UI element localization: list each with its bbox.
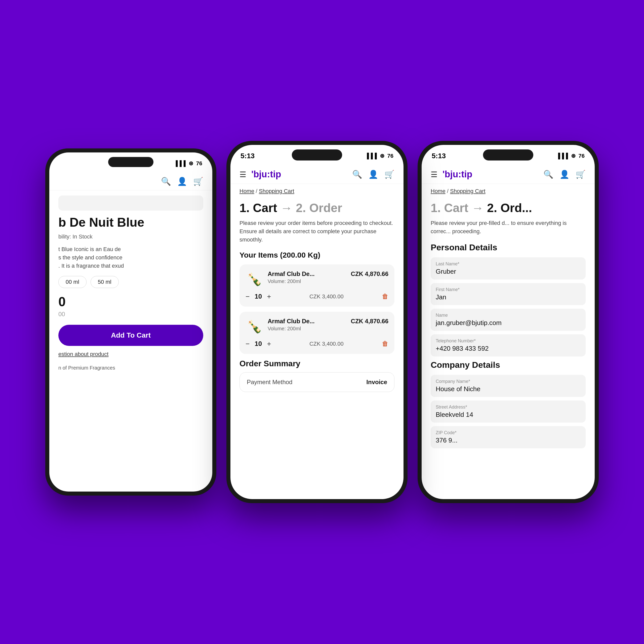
label-street-address: Street Address* bbox=[436, 405, 581, 410]
order-step1-label: 1. Cart bbox=[431, 201, 468, 215]
qty-decrease-1[interactable]: − bbox=[246, 293, 250, 301]
product-title: b De Nuit Blue bbox=[58, 216, 203, 229]
status-icons-left: ▐▐▐ ⊛ 76 bbox=[174, 160, 202, 167]
cart-item-2-info: Armaf Club De... CZK 4,870.66 Volume: 20… bbox=[268, 318, 388, 332]
step2-label: 2. Order bbox=[296, 201, 342, 215]
order-arrow-label: → bbox=[472, 201, 487, 215]
cart-icon-center[interactable]: 🛒 bbox=[384, 170, 394, 179]
label-zip: ZIP Code* bbox=[436, 430, 581, 435]
status-time-center: 5:13 bbox=[240, 152, 255, 160]
volume-options: 00 ml 50 ml bbox=[58, 276, 203, 288]
wifi-icon-right: ⊛ bbox=[571, 153, 576, 159]
nav-bar-center: ☰ 'bju:tip 🔍 👤 🛒 bbox=[230, 165, 404, 184]
cart-item-2-top: 🍾 Armaf Club De... CZK 4,870.66 Volume: … bbox=[246, 318, 388, 336]
battery-center: 76 bbox=[387, 153, 393, 159]
cart-item-1-image: 🍾 bbox=[246, 270, 264, 289]
nav-icons-center: 🔍 👤 🛒 bbox=[352, 170, 394, 179]
breadcrumb-current-right[interactable]: Shopping Cart bbox=[450, 188, 486, 194]
wifi-icon-left: ⊛ bbox=[189, 160, 193, 167]
cart-item-2-price: CZK 4,870.66 bbox=[351, 318, 388, 325]
summary-row-payment: Payment Method Invoice bbox=[247, 379, 387, 386]
breadcrumb-current-center[interactable]: Shopping Cart bbox=[259, 188, 294, 194]
breadcrumb-home-right[interactable]: Home bbox=[431, 188, 446, 194]
product-price: 0 bbox=[58, 294, 203, 309]
value-first-name: Jan bbox=[436, 293, 581, 301]
field-zip[interactable]: ZIP Code* 376 9... bbox=[431, 426, 586, 448]
order-page-content: 1. Cart → 2. Ord... Please review your p… bbox=[422, 196, 595, 457]
order-heading: 1. Cart → 2. Ord... bbox=[431, 202, 586, 215]
field-first-name[interactable]: First Name* Jan bbox=[431, 283, 586, 305]
phones-container: ▐▐▐ ⊛ 76 🔍 👤 🛒 b De Nuit Blue bbox=[0, 116, 644, 528]
cart-item-1-info: Armaf Club De... CZK 4,870.66 Volume: 20… bbox=[268, 270, 388, 284]
hamburger-icon-center[interactable]: ☰ bbox=[239, 170, 246, 179]
volume-btn-2[interactable]: 50 ml bbox=[91, 276, 119, 288]
cart-item-2-name: Armaf Club De... bbox=[268, 318, 315, 325]
cart-item-2: 🍾 Armaf Club De... CZK 4,870.66 Volume: … bbox=[239, 312, 394, 354]
user-icon-left[interactable]: 👤 bbox=[177, 177, 187, 186]
premium-label: n of Premium Fragrances bbox=[58, 365, 203, 371]
company-details-heading: Company Details bbox=[431, 360, 586, 370]
logo-center: 'bju:tip bbox=[251, 169, 281, 180]
field-phone[interactable]: Telephone Number* +420 983 433 592 bbox=[431, 334, 586, 356]
user-icon-right[interactable]: 👤 bbox=[559, 170, 570, 179]
qty-value-2: 10 bbox=[255, 340, 262, 348]
product-page: b De Nuit Blue bility: In Stock t Blue I… bbox=[49, 190, 212, 376]
qty-decrease-2[interactable]: − bbox=[246, 340, 250, 348]
volume-btn-1[interactable]: 00 ml bbox=[58, 276, 87, 288]
nav-icons-left: 🔍 👤 🛒 bbox=[161, 177, 203, 186]
search-icon-right[interactable]: 🔍 bbox=[543, 170, 553, 179]
payment-method-label: Payment Method bbox=[247, 379, 292, 386]
signal-icon-right: ▐▐▐ bbox=[556, 153, 568, 159]
delete-item-2-button[interactable]: 🗑 bbox=[382, 340, 388, 348]
cart-item-2-subtotal: CZK 3,400.00 bbox=[309, 341, 344, 347]
dynamic-island-right bbox=[483, 149, 533, 160]
wifi-icon-center: ⊛ bbox=[380, 153, 384, 159]
cart-item-2-volume: Volume: 200ml bbox=[268, 326, 388, 332]
hamburger-icon-right[interactable]: ☰ bbox=[431, 170, 437, 179]
label-last-name: Last Name* bbox=[436, 261, 581, 267]
nav-bar-right: ☰ 'bju:tip 🔍 👤 🛒 bbox=[422, 165, 595, 184]
cart-item-1-subtotal: CZK 3,400.00 bbox=[309, 293, 344, 300]
field-email[interactable]: Name jan.gruber@bjutip.com bbox=[431, 309, 586, 331]
qty-increase-1[interactable]: + bbox=[267, 293, 271, 301]
cart-heading: 1. Cart → 2. Order bbox=[239, 202, 394, 215]
order-step2-label: 2. Ord... bbox=[487, 201, 532, 215]
search-icon-center[interactable]: 🔍 bbox=[352, 170, 362, 179]
battery-right: 76 bbox=[579, 153, 585, 159]
cart-item-2-image: 🍾 bbox=[246, 318, 264, 336]
personal-details-heading: Personal Details bbox=[431, 243, 586, 252]
cart-icon-left[interactable]: 🛒 bbox=[193, 177, 203, 186]
breadcrumb-center: Home / Shopping Cart bbox=[230, 184, 404, 196]
quantity-control-2: − 10 + bbox=[246, 340, 271, 348]
question-link[interactable]: estion about product bbox=[58, 351, 203, 357]
status-time-right: 5:13 bbox=[432, 152, 446, 160]
nav-icons-right: 🔍 👤 🛒 bbox=[543, 170, 586, 179]
cart-item-1-price: CZK 4,870.66 bbox=[351, 270, 388, 277]
add-to-cart-button[interactable]: Add To Cart bbox=[58, 325, 203, 346]
phone-center: 5:13 ▐▐▐ ⊛ 76 ☰ 'bju:tip 🔍 👤 🛒 bbox=[226, 141, 408, 503]
label-email: Name bbox=[436, 313, 581, 318]
user-icon-center[interactable]: 👤 bbox=[368, 170, 378, 179]
dynamic-island-center bbox=[292, 149, 342, 160]
field-street-address[interactable]: Street Address* Bleekveld 14 bbox=[431, 400, 586, 423]
breadcrumb-sep-center: / bbox=[256, 188, 259, 194]
logo-right: 'bju:tip bbox=[442, 169, 472, 180]
nav-bar-left: 🔍 👤 🛒 bbox=[49, 173, 212, 190]
cart-item-1-name: Armaf Club De... bbox=[268, 270, 315, 277]
search-bar[interactable] bbox=[58, 195, 203, 211]
qty-increase-2[interactable]: + bbox=[267, 340, 271, 348]
delete-item-1-button[interactable]: 🗑 bbox=[382, 293, 388, 300]
order-summary-heading: Order Summary bbox=[239, 359, 394, 368]
cart-item-1-volume: Volume: 200ml bbox=[268, 278, 388, 284]
battery-left: 76 bbox=[196, 160, 202, 167]
cart-item-2-bottom: − 10 + CZK 3,400.00 🗑 bbox=[246, 340, 388, 348]
value-email: jan.gruber@bjutip.com bbox=[436, 319, 581, 327]
value-street-address: Bleekveld 14 bbox=[436, 411, 581, 419]
field-company-name[interactable]: Company Name* House of Niche bbox=[431, 375, 586, 397]
cart-icon-right[interactable]: 🛒 bbox=[576, 170, 586, 179]
breadcrumb-home-center[interactable]: Home bbox=[239, 188, 254, 194]
field-last-name[interactable]: Last Name* Gruber bbox=[431, 257, 586, 279]
value-company-name: House of Niche bbox=[436, 385, 581, 393]
breadcrumb-right: Home / Shopping Cart bbox=[422, 184, 595, 196]
search-icon-left[interactable]: 🔍 bbox=[161, 177, 171, 186]
